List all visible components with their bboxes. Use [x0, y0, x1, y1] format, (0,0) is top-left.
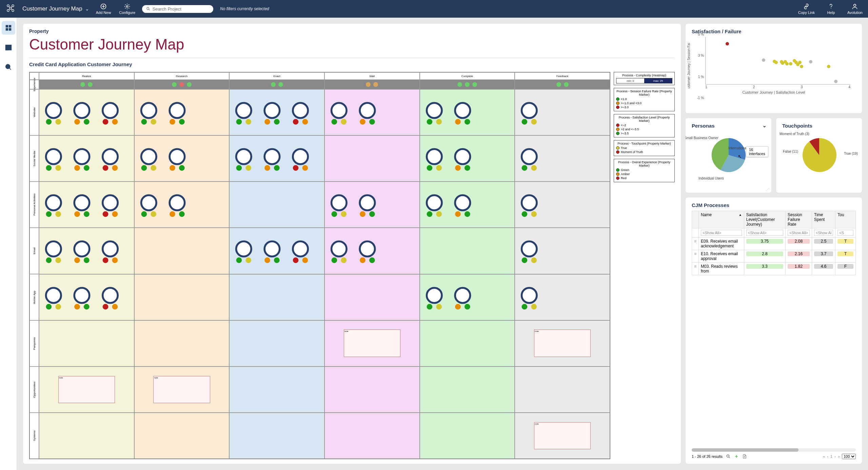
pager-next[interactable]: ›	[834, 454, 836, 458]
table-header[interactable]: Name▲	[699, 211, 744, 228]
matrix-cell[interactable]	[420, 274, 515, 320]
matrix-cell[interactable]	[39, 228, 134, 274]
scatter-point[interactable]	[762, 58, 765, 62]
scatter-point[interactable]	[785, 62, 789, 65]
matrix-cell[interactable]	[515, 135, 610, 182]
add-new-button[interactable]: Add New	[96, 3, 111, 15]
scatter-point[interactable]	[800, 65, 803, 68]
matrix-cell[interactable]	[229, 366, 324, 413]
table-export-icon[interactable]	[742, 454, 747, 459]
matrix-cell[interactable]	[134, 182, 230, 228]
matrix-cell[interactable]	[39, 413, 134, 459]
matrix-cell[interactable]: note	[39, 366, 134, 413]
touchpoints-pie[interactable]: Moment of Truth (3) True (19) False (11)	[782, 131, 856, 179]
matrix-cell[interactable]	[229, 135, 324, 182]
matrix-cell[interactable]	[420, 228, 515, 274]
matrix-cell[interactable]	[324, 366, 420, 413]
matrix-cell[interactable]	[324, 89, 420, 135]
table-row[interactable]: ≡ E09. Receives email acknowledgement 3.…	[692, 238, 856, 250]
matrix-cell[interactable]	[39, 89, 134, 135]
matrix-cell[interactable]	[515, 228, 610, 274]
matrix-cell[interactable]	[515, 182, 610, 228]
matrix-cell[interactable]	[39, 274, 134, 320]
user-menu-button[interactable]: Avolution	[847, 3, 863, 15]
personas-pie[interactable]: Small Business Owner International Indev…	[692, 131, 765, 179]
matrix-cell[interactable]: note	[515, 320, 610, 366]
row-handle-icon[interactable]: ≡	[692, 263, 699, 275]
matrix-cell[interactable]	[39, 182, 134, 228]
table-header[interactable]: Tou	[835, 211, 856, 228]
matrix-cell[interactable]	[324, 413, 420, 459]
column-filter-input[interactable]	[814, 230, 833, 236]
journey-matrix[interactable]: RealizeResearchEnactWaitCompleteFeedback…	[29, 72, 610, 459]
matrix-cell[interactable]	[134, 135, 230, 182]
scatter-point[interactable]	[827, 65, 830, 68]
matrix-cell[interactable]: note	[515, 413, 610, 459]
column-filter-input[interactable]	[701, 230, 742, 236]
matrix-cell[interactable]	[229, 89, 324, 135]
help-button[interactable]: Help	[824, 3, 838, 15]
row-handle-icon[interactable]: ≡	[692, 238, 699, 250]
column-filter-input[interactable]	[788, 230, 810, 236]
column-filter-input[interactable]	[746, 230, 783, 236]
matrix-cell[interactable]	[324, 228, 420, 274]
configure-button[interactable]: Configure	[119, 3, 135, 15]
matrix-cell[interactable]	[515, 89, 610, 135]
matrix-cell[interactable]	[134, 89, 230, 135]
matrix-cell[interactable]	[420, 182, 515, 228]
search-input[interactable]	[153, 6, 209, 12]
matrix-cell[interactable]	[134, 413, 230, 459]
sidebar-item-panel[interactable]	[2, 41, 15, 54]
table-header[interactable]: Satisfaction Level(Customer Journey)	[744, 211, 785, 228]
matrix-cell[interactable]	[229, 274, 324, 320]
column-filter-input[interactable]	[837, 230, 853, 236]
page-size-select[interactable]: 100	[842, 454, 856, 459]
matrix-cell[interactable]	[515, 274, 610, 320]
table-row[interactable]: ≡ E10. Receives email approval 2.8 2.16 …	[692, 250, 856, 263]
matrix-cell[interactable]	[420, 366, 515, 413]
table-search-icon[interactable]	[726, 454, 731, 459]
personas-expand-icon[interactable]: ⌄	[762, 122, 767, 129]
matrix-cell[interactable]	[39, 320, 134, 366]
matrix-cell[interactable]	[134, 228, 230, 274]
project-title-dropdown[interactable]: Customer Journey Map ⌄	[22, 5, 89, 12]
matrix-cell[interactable]	[324, 182, 420, 228]
matrix-cell[interactable]	[420, 135, 515, 182]
matrix-cell[interactable]	[420, 413, 515, 459]
matrix-cell[interactable]	[229, 320, 324, 366]
matrix-cell[interactable]	[134, 274, 230, 320]
scatter-point[interactable]	[809, 60, 812, 63]
matrix-cell[interactable]	[420, 320, 515, 366]
sidebar-item-analysis[interactable]	[2, 60, 15, 74]
scatter-point[interactable]	[834, 80, 837, 83]
matrix-cell[interactable]	[229, 228, 324, 274]
matrix-cell[interactable]	[324, 135, 420, 182]
sidebar-item-dashboard[interactable]	[2, 21, 15, 35]
pager-first[interactable]: «	[823, 454, 825, 458]
table-header[interactable]: Time Spent	[812, 211, 835, 228]
matrix-cell[interactable]: note	[134, 366, 230, 413]
scatter-point[interactable]	[798, 61, 802, 64]
table-row[interactable]: ≡ M03. Reads reviews from 3.3 1.82 4.6 F	[692, 263, 856, 275]
scatter-point[interactable]	[726, 42, 729, 45]
row-handle-icon[interactable]: ≡	[692, 250, 699, 263]
matrix-cell[interactable]	[134, 320, 230, 366]
copy-link-button[interactable]: Copy Link	[798, 3, 815, 15]
table-horizontal-scrollbar[interactable]	[692, 448, 856, 452]
scatter-point[interactable]	[789, 62, 792, 65]
matrix-cell[interactable]: note	[324, 320, 420, 366]
table-header[interactable]: Session Failure Rate	[785, 211, 812, 228]
pager-last[interactable]: »	[838, 454, 840, 458]
pager-prev[interactable]: ‹	[827, 454, 828, 458]
matrix-cell[interactable]	[39, 135, 134, 182]
search-input-wrap[interactable]	[142, 5, 213, 13]
table-add-icon[interactable]	[734, 454, 739, 459]
matrix-cell[interactable]	[420, 89, 515, 135]
processes-table[interactable]: Name▲Satisfaction Level(Customer Journey…	[692, 211, 856, 275]
matrix-cell[interactable]	[229, 182, 324, 228]
matrix-cell[interactable]	[229, 413, 324, 459]
matrix-cell[interactable]	[515, 366, 610, 413]
resize-handle-icon[interactable]: ⋰	[766, 188, 769, 191]
matrix-cell[interactable]	[324, 274, 420, 320]
scatter-point[interactable]	[774, 61, 778, 64]
